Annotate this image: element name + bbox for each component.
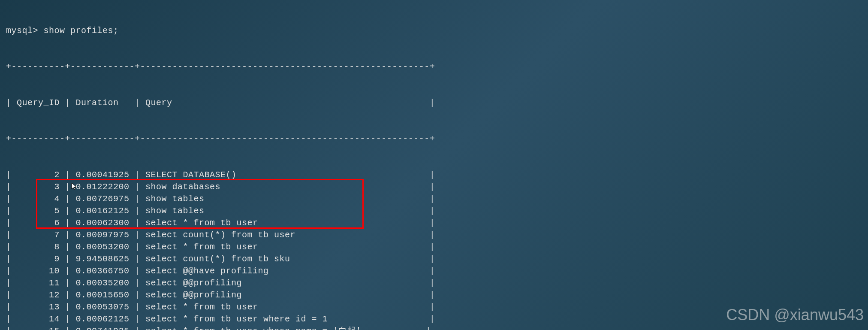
table-row: | 2 | 0.00041925 | SELECT DATABASE() | [0, 169, 868, 181]
table-row: | 7 | 0.00097975 | select count(*) from … [0, 229, 868, 241]
table-divider-top: +----------+------------+---------------… [0, 61, 868, 73]
table-row: | 4 | 0.00726975 | show tables | [0, 193, 868, 205]
table-row: | 5 | 0.00162125 | show tables | [0, 205, 868, 217]
table-header: | Query_ID | Duration | Query | [0, 97, 868, 109]
table-row: | 8 | 0.00053200 | select * from tb_user… [0, 241, 868, 253]
table-row: | 9 | 9.94508625 | select count(*) from … [0, 253, 868, 265]
table-row: | 11 | 0.00035200 | select @@profiling | [0, 277, 868, 289]
table-row: | 15 | 0.00741925 | select * from tb_use… [0, 325, 868, 330]
table-divider-mid: +----------+------------+---------------… [0, 133, 868, 145]
table-row: | 12 | 0.00015650 | select @@profiling | [0, 289, 868, 301]
table-row: | 3 | 0.01222200 | show databases | [0, 181, 868, 193]
table-row: | 10 | 0.00366750 | select @@have_profil… [0, 265, 868, 277]
watermark-text: CSDN @xianwu543 [726, 304, 864, 326]
terminal-output: mysql> show profiles; +----------+------… [0, 1, 868, 330]
table-row: | 6 | 0.00062300 | select * from tb_user… [0, 217, 868, 229]
prompt-line: mysql> show profiles; [0, 25, 868, 37]
